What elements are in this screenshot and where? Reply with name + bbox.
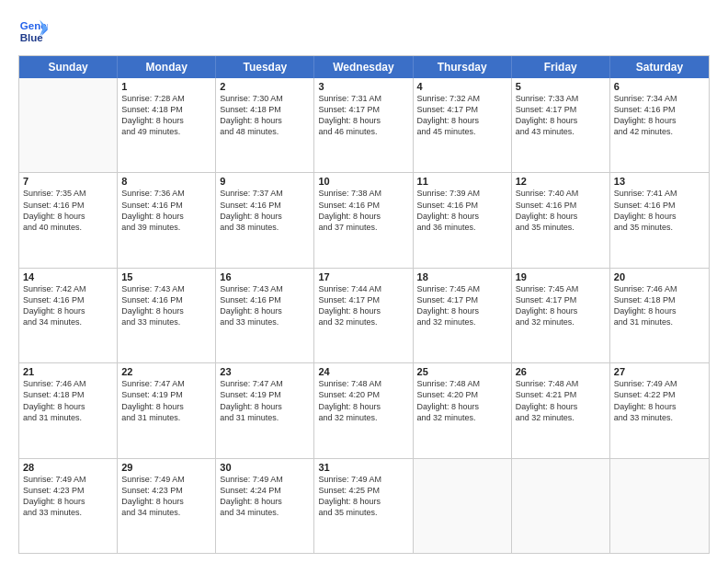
sunrise-text: Sunrise: 7:28 AM xyxy=(121,93,211,104)
day-number: 20 xyxy=(614,271,705,282)
daylight-minutes: and 34 minutes. xyxy=(23,316,113,327)
calendar-cell xyxy=(512,459,610,553)
calendar-cell xyxy=(19,78,118,172)
sunset-text: Sunset: 4:16 PM xyxy=(121,294,211,305)
calendar-row: 7 Sunrise: 7:35 AM Sunset: 4:16 PM Dayli… xyxy=(19,173,709,268)
calendar-row: 21 Sunrise: 7:46 AM Sunset: 4:18 PM Dayl… xyxy=(19,363,709,458)
daylight-text: Daylight: 8 hours xyxy=(318,305,408,316)
daylight-text: Daylight: 8 hours xyxy=(121,496,211,507)
header: General Blue xyxy=(18,17,710,46)
sunset-text: Sunset: 4:16 PM xyxy=(23,200,113,211)
daylight-text: Daylight: 8 hours xyxy=(121,211,211,222)
sunrise-text: Sunrise: 7:31 AM xyxy=(318,93,408,104)
sunset-text: Sunset: 4:16 PM xyxy=(318,200,408,211)
sunset-text: Sunset: 4:16 PM xyxy=(614,104,705,115)
calendar-cell: 6 Sunrise: 7:34 AM Sunset: 4:16 PM Dayli… xyxy=(610,78,709,172)
daylight-text: Daylight: 8 hours xyxy=(417,115,507,126)
calendar-cell: 13 Sunrise: 7:41 AM Sunset: 4:16 PM Dayl… xyxy=(610,173,709,267)
day-number: 6 xyxy=(614,81,705,92)
day-number: 27 xyxy=(614,366,705,377)
sunset-text: Sunset: 4:17 PM xyxy=(318,104,408,115)
day-number: 26 xyxy=(516,366,606,377)
weekday-header: Monday xyxy=(118,56,216,78)
calendar-cell: 1 Sunrise: 7:28 AM Sunset: 4:18 PM Dayli… xyxy=(118,78,216,172)
sunrise-text: Sunrise: 7:47 AM xyxy=(220,378,310,389)
daylight-text: Daylight: 8 hours xyxy=(516,401,606,412)
daylight-minutes: and 32 minutes. xyxy=(417,412,507,423)
daylight-minutes: and 32 minutes. xyxy=(516,412,606,423)
sunset-text: Sunset: 4:16 PM xyxy=(220,294,310,305)
day-number: 29 xyxy=(121,462,211,473)
calendar-cell: 19 Sunrise: 7:45 AM Sunset: 4:17 PM Dayl… xyxy=(512,269,610,362)
sunrise-text: Sunrise: 7:48 AM xyxy=(318,378,408,389)
sunrise-text: Sunrise: 7:48 AM xyxy=(516,378,606,389)
daylight-minutes: and 33 minutes. xyxy=(614,412,705,423)
sunrise-text: Sunrise: 7:42 AM xyxy=(23,283,113,294)
daylight-text: Daylight: 8 hours xyxy=(614,211,705,222)
sunrise-text: Sunrise: 7:46 AM xyxy=(23,378,113,389)
day-number: 24 xyxy=(318,366,408,377)
calendar-cell: 16 Sunrise: 7:43 AM Sunset: 4:16 PM Dayl… xyxy=(216,269,314,362)
calendar-cell: 12 Sunrise: 7:40 AM Sunset: 4:16 PM Dayl… xyxy=(512,173,610,267)
sunrise-text: Sunrise: 7:34 AM xyxy=(614,93,705,104)
daylight-minutes: and 31 minutes. xyxy=(614,316,705,327)
calendar-cell: 5 Sunrise: 7:33 AM Sunset: 4:17 PM Dayli… xyxy=(512,78,610,172)
calendar-header: SundayMondayTuesdayWednesdayThursdayFrid… xyxy=(19,56,709,78)
sunrise-text: Sunrise: 7:36 AM xyxy=(121,188,211,199)
day-number: 9 xyxy=(220,176,310,187)
calendar-cell xyxy=(414,459,512,553)
daylight-minutes: and 34 minutes. xyxy=(121,507,211,518)
sunrise-text: Sunrise: 7:45 AM xyxy=(417,283,507,294)
calendar-row: 28 Sunrise: 7:49 AM Sunset: 4:23 PM Dayl… xyxy=(19,459,709,553)
daylight-minutes: and 35 minutes. xyxy=(516,222,606,233)
sunset-text: Sunset: 4:17 PM xyxy=(318,294,408,305)
sunrise-text: Sunrise: 7:49 AM xyxy=(318,474,408,485)
calendar-cell: 15 Sunrise: 7:43 AM Sunset: 4:16 PM Dayl… xyxy=(118,269,216,362)
daylight-text: Daylight: 8 hours xyxy=(614,305,705,316)
calendar-cell xyxy=(610,459,709,553)
daylight-minutes: and 35 minutes. xyxy=(318,507,408,518)
calendar-row: 14 Sunrise: 7:42 AM Sunset: 4:16 PM Dayl… xyxy=(19,269,709,363)
day-number: 16 xyxy=(220,271,310,282)
sunset-text: Sunset: 4:16 PM xyxy=(220,200,310,211)
day-number: 2 xyxy=(220,81,310,92)
daylight-minutes: and 38 minutes. xyxy=(220,222,310,233)
daylight-text: Daylight: 8 hours xyxy=(417,305,507,316)
calendar-cell: 27 Sunrise: 7:49 AM Sunset: 4:22 PM Dayl… xyxy=(610,363,709,457)
calendar-cell: 8 Sunrise: 7:36 AM Sunset: 4:16 PM Dayli… xyxy=(118,173,216,267)
calendar-cell: 11 Sunrise: 7:39 AM Sunset: 4:16 PM Dayl… xyxy=(414,173,512,267)
day-number: 11 xyxy=(417,176,507,187)
daylight-minutes: and 40 minutes. xyxy=(23,222,113,233)
logo: General Blue xyxy=(18,17,48,46)
sunrise-text: Sunrise: 7:30 AM xyxy=(220,93,310,104)
daylight-minutes: and 42 minutes. xyxy=(614,126,705,137)
weekday-header: Saturday xyxy=(610,56,709,78)
daylight-text: Daylight: 8 hours xyxy=(220,496,310,507)
daylight-text: Daylight: 8 hours xyxy=(23,305,113,316)
daylight-text: Daylight: 8 hours xyxy=(516,305,606,316)
sunrise-text: Sunrise: 7:39 AM xyxy=(417,188,507,199)
weekday-header: Friday xyxy=(512,56,610,78)
daylight-minutes: and 32 minutes. xyxy=(318,412,408,423)
daylight-minutes: and 46 minutes. xyxy=(318,126,408,137)
day-number: 7 xyxy=(23,176,113,187)
daylight-text: Daylight: 8 hours xyxy=(614,115,705,126)
sunrise-text: Sunrise: 7:33 AM xyxy=(516,93,606,104)
sunrise-text: Sunrise: 7:49 AM xyxy=(121,474,211,485)
daylight-minutes: and 33 minutes. xyxy=(121,316,211,327)
calendar-row: 1 Sunrise: 7:28 AM Sunset: 4:18 PM Dayli… xyxy=(19,78,709,173)
sunset-text: Sunset: 4:16 PM xyxy=(614,200,705,211)
sunrise-text: Sunrise: 7:41 AM xyxy=(614,188,705,199)
daylight-minutes: and 31 minutes. xyxy=(23,412,113,423)
sunset-text: Sunset: 4:20 PM xyxy=(318,389,408,400)
daylight-minutes: and 32 minutes. xyxy=(417,316,507,327)
day-number: 14 xyxy=(23,271,113,282)
sunset-text: Sunset: 4:25 PM xyxy=(318,485,408,496)
sunset-text: Sunset: 4:19 PM xyxy=(220,389,310,400)
weekday-header: Wednesday xyxy=(314,56,413,78)
sunrise-text: Sunrise: 7:40 AM xyxy=(516,188,606,199)
calendar-cell: 10 Sunrise: 7:38 AM Sunset: 4:16 PM Dayl… xyxy=(314,173,413,267)
daylight-minutes: and 33 minutes. xyxy=(220,316,310,327)
sunset-text: Sunset: 4:21 PM xyxy=(516,389,606,400)
daylight-text: Daylight: 8 hours xyxy=(417,401,507,412)
